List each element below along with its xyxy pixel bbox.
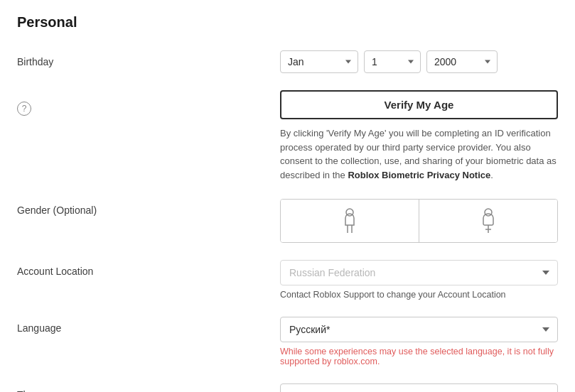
page-title: Personal bbox=[17, 14, 558, 31]
account-location-section: Account Location Russian Federation Cont… bbox=[17, 260, 558, 300]
verify-age-button[interactable]: Verify My Age bbox=[280, 90, 558, 119]
verify-text-2: . bbox=[490, 170, 493, 180]
language-section: Language Русский* English Deutsch Españo… bbox=[17, 317, 558, 366]
gender-female-button[interactable] bbox=[419, 200, 557, 242]
gender-label: Gender (Optional) bbox=[17, 199, 280, 216]
month-wrap: JanFebMarApr MayJunJulAug SepOctNovDec bbox=[280, 50, 358, 73]
language-wrap: Русский* English Deutsch Español Françai… bbox=[280, 317, 558, 342]
account-location-label: Account Location bbox=[17, 260, 280, 277]
birthday-controls: JanFebMarApr MayJunJulAug SepOctNovDec 1… bbox=[280, 50, 558, 73]
gender-row bbox=[280, 199, 558, 243]
account-location-subtext: Contact Roblox Support to change your Ac… bbox=[280, 290, 558, 300]
birthday-row: JanFebMarApr MayJunJulAug SepOctNovDec 1… bbox=[280, 50, 558, 73]
account-location-controls: Russian Federation Contact Roblox Suppor… bbox=[280, 260, 558, 300]
language-controls: Русский* English Deutsch Español Françai… bbox=[280, 317, 558, 366]
gender-controls bbox=[280, 199, 558, 243]
female-icon bbox=[479, 208, 498, 234]
language-label: Language bbox=[17, 317, 280, 334]
language-warning: While some experiences may use the selec… bbox=[280, 347, 558, 366]
help-icon[interactable]: ? bbox=[17, 102, 31, 116]
gender-section: Gender (Optional) bbox=[17, 199, 558, 243]
gender-male-button[interactable] bbox=[281, 200, 419, 242]
verify-link[interactable]: Roblox Biometric Privacy Notice bbox=[348, 170, 490, 180]
language-select[interactable]: Русский* English Deutsch Español Françai… bbox=[280, 317, 558, 342]
account-location-wrap: Russian Federation bbox=[280, 260, 558, 285]
theme-wrap: Light Dark Auto bbox=[280, 383, 558, 392]
year-wrap: 2000199919981997 1996199519901985 198019… bbox=[426, 50, 498, 73]
account-location-select[interactable]: Russian Federation bbox=[280, 260, 558, 285]
theme-select[interactable]: Light Dark Auto bbox=[280, 383, 558, 392]
birthday-section: Birthday JanFebMarApr MayJunJulAug SepOc… bbox=[17, 50, 558, 73]
day-wrap: 12345 678910 1112131415 1617181920 21222… bbox=[364, 50, 421, 73]
theme-label: Theme bbox=[17, 383, 280, 392]
theme-section: Theme Light Dark Auto bbox=[17, 383, 558, 392]
month-select[interactable]: JanFebMarApr MayJunJulAug SepOctNovDec bbox=[280, 50, 358, 73]
verify-section: ? Verify My Age By clicking 'Verify My A… bbox=[17, 90, 558, 182]
verify-controls: Verify My Age By clicking 'Verify My Age… bbox=[280, 90, 558, 182]
male-icon bbox=[340, 208, 359, 234]
birthday-label: Birthday bbox=[17, 50, 280, 67]
verify-help-col: ? bbox=[17, 90, 280, 116]
theme-controls: Light Dark Auto bbox=[280, 383, 558, 392]
day-select[interactable]: 12345 678910 1112131415 1617181920 21222… bbox=[364, 50, 421, 73]
verify-description: By clicking 'Verify My Age' you will be … bbox=[280, 126, 558, 182]
year-select[interactable]: 2000199919981997 1996199519901985 198019… bbox=[426, 50, 498, 73]
